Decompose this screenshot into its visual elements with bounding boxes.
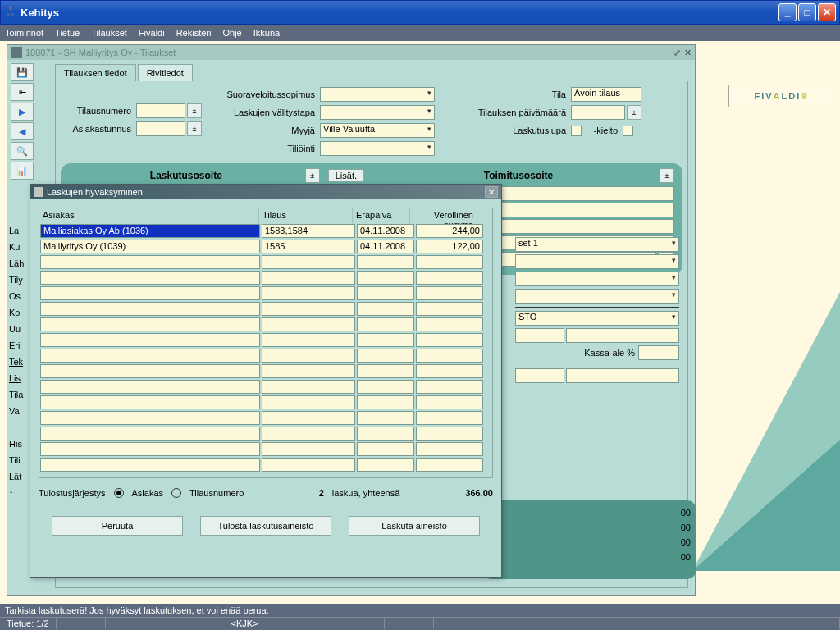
- cell-erapaiva: [357, 380, 414, 394]
- table-row[interactable]: [39, 332, 492, 348]
- dialog-titlebar: Laskujen hyväksyminen ✕: [30, 185, 501, 199]
- maximize-button[interactable]: □: [798, 3, 816, 21]
- chart-button[interactable]: 📊: [11, 162, 34, 180]
- cell-erapaiva: [357, 317, 414, 331]
- suoraveloitus-combo[interactable]: [320, 87, 435, 102]
- mdi-close-button[interactable]: ✕: [684, 48, 692, 58]
- table-body[interactable]: Malliasiakas Oy Ab (1036)1583,158404.11.…: [39, 223, 492, 479]
- laskutuslupa-checkbox[interactable]: [571, 126, 582, 136]
- laskutusosoite-dropdown[interactable]: ±: [305, 168, 320, 183]
- prev-button[interactable]: ◀: [11, 122, 34, 140]
- combo-r4[interactable]: [515, 289, 679, 304]
- cell-summa: [416, 442, 483, 456]
- menu-tilaukset[interactable]: Tilaukset: [91, 28, 127, 38]
- kielto-checkbox[interactable]: [623, 126, 633, 136]
- sto-field-a[interactable]: [515, 328, 564, 343]
- minimize-button[interactable]: _: [778, 3, 797, 21]
- tila-input[interactable]: Avoin tilaus: [571, 87, 641, 102]
- table-row[interactable]: [39, 270, 492, 285]
- col-summa[interactable]: Verollinen summa: [410, 208, 477, 223]
- col-erapaiva[interactable]: Eräpäivä: [353, 208, 410, 223]
- myyja-combo[interactable]: Ville Valuutta: [320, 123, 435, 138]
- cell-tilaus: 1585: [262, 240, 355, 253]
- mdi-restore-button[interactable]: ⤢: [673, 48, 681, 58]
- radio-tilausnumero[interactable]: [171, 488, 181, 498]
- cell-tilaus: [262, 255, 355, 269]
- col-asiakas[interactable]: Asiakas: [39, 208, 259, 223]
- cell-erapaiva: [357, 333, 414, 347]
- tab-rivitiedot[interactable]: Rivitiedot: [138, 64, 193, 81]
- tiliointi-combo[interactable]: [320, 141, 435, 156]
- laskuta-button[interactable]: Laskuta aineisto: [349, 516, 480, 536]
- extra-a[interactable]: [515, 368, 564, 383]
- cell-asiakas: [40, 380, 260, 394]
- radio-asiakas[interactable]: [114, 488, 124, 498]
- table-row[interactable]: [39, 457, 492, 472]
- cell-summa: [416, 271, 483, 285]
- table-row[interactable]: [39, 348, 492, 363]
- menu-fivaldi[interactable]: Fivaldi: [139, 28, 165, 38]
- pvm-input[interactable]: [571, 105, 625, 120]
- cell-erapaiva: [357, 255, 414, 269]
- table-row[interactable]: [39, 317, 492, 332]
- valitystapa-combo[interactable]: [320, 105, 435, 120]
- mdi-app-icon: [11, 47, 22, 58]
- cell-asiakas: [40, 286, 260, 300]
- invoice-count-suffix: laskua, yhteensä: [332, 488, 400, 498]
- combo-set1[interactable]: set 1: [515, 237, 679, 252]
- sto-field-b[interactable]: [566, 328, 679, 343]
- menu-tietue[interactable]: Tietue: [55, 28, 80, 38]
- combo-sto[interactable]: STO: [515, 311, 679, 326]
- cell-erapaiva: [357, 364, 414, 378]
- menu-rekisteri[interactable]: Rekisteri: [176, 28, 212, 38]
- table-row[interactable]: Malliasiakas Oy Ab (1036)1583,158404.11.…: [39, 223, 492, 239]
- kassa-ale-input[interactable]: [638, 345, 679, 360]
- table-row[interactable]: [39, 379, 492, 395]
- label-valitystapa: Laskujen välitystapa: [213, 107, 320, 117]
- toimitusosoite-dropdown[interactable]: ±: [660, 168, 674, 183]
- tilausnumero-dropdown[interactable]: ±: [187, 103, 202, 118]
- table-row[interactable]: [39, 363, 492, 379]
- tilausnumero-input[interactable]: [136, 103, 185, 118]
- combo-r2[interactable]: [515, 254, 679, 269]
- next-button[interactable]: ▶: [11, 103, 34, 121]
- cell-tilaus: [262, 395, 355, 409]
- tab-tilauksen-tiedot[interactable]: Tilauksen tiedot: [55, 64, 136, 82]
- cell-summa: [416, 302, 483, 316]
- asiakastunnus-input[interactable]: [136, 121, 185, 136]
- cell-tilaus: [262, 364, 355, 378]
- cell-asiakas: Malliyritys Oy (1039): [40, 240, 260, 253]
- cell-summa: [416, 458, 483, 472]
- table-row[interactable]: Malliyritys Oy (1039)158504.11.2008122,0…: [39, 239, 492, 254]
- label-tila: Tila: [450, 89, 571, 99]
- pvm-dropdown[interactable]: ±: [627, 105, 641, 120]
- cell-erapaiva: [357, 286, 414, 300]
- tulosta-button[interactable]: Tulosta laskutusaineisto: [200, 516, 331, 536]
- cell-tilaus: [262, 333, 355, 347]
- java-icon: [4, 6, 17, 19]
- exit-button[interactable]: ⇤: [11, 83, 34, 101]
- status-user: <KJK>: [106, 618, 385, 629]
- table-row[interactable]: [39, 301, 492, 317]
- peruuta-button[interactable]: Peruuta: [52, 516, 183, 536]
- table-row[interactable]: [39, 395, 492, 410]
- extra-b[interactable]: [566, 368, 679, 383]
- menu-ikkuna[interactable]: Ikkuna: [253, 28, 280, 38]
- cell-asiakas: [40, 364, 260, 378]
- asiakastunnus-dropdown[interactable]: ±: [187, 121, 202, 136]
- search-button[interactable]: 🔍: [11, 142, 34, 160]
- save-button[interactable]: 💾: [11, 63, 34, 81]
- close-button[interactable]: ✕: [818, 3, 836, 21]
- menu-toiminnot[interactable]: Toiminnot: [5, 28, 43, 38]
- table-row[interactable]: [39, 254, 492, 270]
- combo-r3[interactable]: [515, 272, 679, 286]
- col-tilaus[interactable]: Tilaus: [259, 208, 353, 223]
- menubar: Toiminnot Tietue Tilaukset Fivaldi Rekis…: [0, 25, 840, 41]
- lisat-button[interactable]: Lisät.: [328, 169, 364, 182]
- table-row[interactable]: [39, 441, 492, 457]
- menu-ohje[interactable]: Ohje: [222, 28, 241, 38]
- table-row[interactable]: [39, 285, 492, 301]
- table-row[interactable]: [39, 410, 492, 426]
- dialog-close-button[interactable]: ✕: [485, 186, 498, 198]
- table-row[interactable]: [39, 426, 492, 441]
